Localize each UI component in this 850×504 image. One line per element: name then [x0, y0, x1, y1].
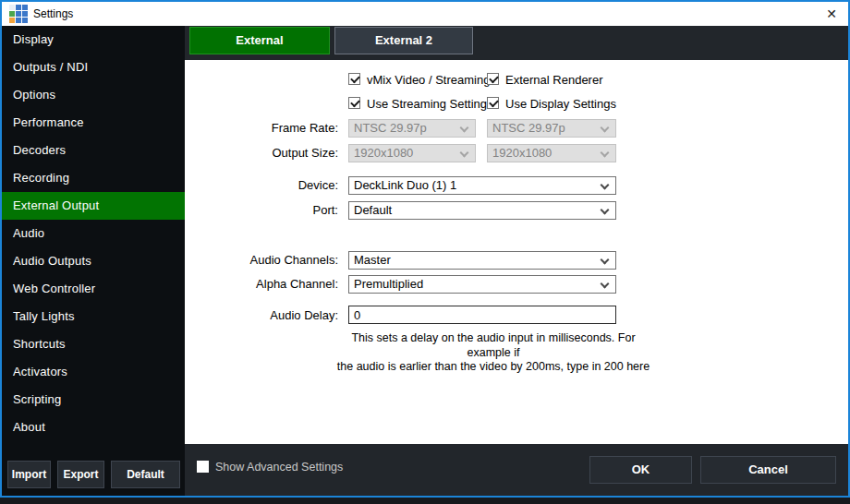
tab-strip: External External 2 [185, 26, 848, 60]
close-icon[interactable]: ✕ [822, 5, 841, 23]
sidebar-item-activators[interactable]: Activators [2, 358, 185, 386]
audio-channels-select[interactable]: Master [348, 251, 616, 270]
chevron-down-icon [601, 256, 610, 265]
port-label: Port: [185, 201, 338, 220]
chevron-down-icon [601, 206, 610, 215]
port-select[interactable]: Default [348, 201, 616, 220]
use-display-settings-label: Use Display Settings [505, 97, 616, 111]
frame-rate-select-2: NTSC 29.97p [487, 119, 616, 138]
default-button[interactable]: Default [111, 461, 180, 488]
sidebar-item-outputs-ndi[interactable]: Outputs / NDI [2, 54, 185, 81]
footer-bar: Show Advanced Settings OK Cancel [185, 444, 848, 496]
audio-delay-help-text: This sets a delay on the audio input in … [331, 331, 656, 375]
external-renderer-checkbox[interactable] [487, 73, 499, 85]
sidebar-item-audio-outputs[interactable]: Audio Outputs [2, 247, 185, 275]
sidebar-item-options[interactable]: Options [2, 81, 185, 109]
settings-sidebar: Display Outputs / NDI Options Performanc… [2, 26, 185, 496]
sidebar-item-web-controller[interactable]: Web Controller [2, 275, 185, 303]
sidebar-item-shortcuts[interactable]: Shortcuts [2, 330, 185, 358]
chevron-down-icon [601, 181, 610, 190]
vmix-video-streaming-label: vMix Video / Streaming [367, 73, 490, 87]
audio-channels-label: Audio Channels: [185, 251, 338, 270]
vmix-logo-icon [9, 5, 28, 23]
sidebar-item-external-output[interactable]: External Output [2, 192, 185, 220]
device-label: Device: [185, 176, 338, 195]
sidebar-item-scripting[interactable]: Scripting [2, 386, 185, 414]
device-select[interactable]: DeckLink Duo (1) 1 [348, 176, 616, 195]
chevron-down-icon [460, 149, 469, 158]
settings-window: Settings ✕ Display Outputs / NDI Options… [0, 0, 850, 498]
cancel-button[interactable]: Cancel [700, 456, 836, 484]
alpha-channel-label: Alpha Channel: [185, 275, 338, 294]
use-streaming-settings-checkbox[interactable] [348, 97, 360, 109]
output-size-label: Output Size: [185, 144, 338, 162]
chevron-down-icon [460, 124, 469, 133]
sidebar-item-decoders[interactable]: Decoders [2, 137, 185, 164]
chevron-down-icon [601, 280, 610, 289]
output-size-select-2: 1920x1080 [487, 144, 616, 162]
import-button[interactable]: Import [7, 461, 51, 488]
sidebar-item-tally-lights[interactable]: Tally Lights [2, 303, 185, 330]
output-size-select-1: 1920x1080 [348, 144, 476, 162]
show-advanced-settings-checkbox[interactable] [197, 461, 209, 473]
title-bar: Settings ✕ [2, 2, 848, 26]
tab-external-2[interactable]: External 2 [334, 27, 473, 54]
chevron-down-icon [601, 149, 610, 158]
external-renderer-label: External Renderer [505, 73, 603, 87]
alpha-channel-select[interactable]: Premultiplied [348, 275, 616, 294]
window-title: Settings [33, 7, 73, 20]
frame-rate-label: Frame Rate: [185, 119, 338, 138]
ok-button[interactable]: OK [589, 456, 692, 484]
audio-delay-input[interactable] [348, 306, 616, 324]
sidebar-item-recording[interactable]: Recording [2, 164, 185, 192]
use-streaming-settings-label: Use Streaming Settings [367, 97, 493, 111]
vmix-video-streaming-checkbox[interactable] [348, 73, 360, 85]
sidebar-item-about[interactable]: About [2, 414, 185, 441]
export-button[interactable]: Export [57, 461, 104, 488]
chevron-down-icon [601, 124, 610, 133]
main-panel: External External 2 vMix Video / Streami… [185, 26, 848, 496]
frame-rate-select-1: NTSC 29.97p [348, 119, 476, 138]
sidebar-item-audio[interactable]: Audio [2, 220, 185, 247]
show-advanced-settings-label: Show Advanced Settings [215, 461, 343, 474]
audio-delay-label: Audio Delay: [185, 306, 338, 325]
sidebar-item-performance[interactable]: Performance [2, 109, 185, 137]
external-output-form: vMix Video / Streaming External Renderer… [185, 60, 848, 444]
sidebar-item-display[interactable]: Display [2, 26, 185, 54]
use-display-settings-checkbox[interactable] [487, 97, 499, 109]
tab-external[interactable]: External [189, 27, 330, 54]
desktop-background: Settings ✕ Display Outputs / NDI Options… [0, 0, 850, 504]
